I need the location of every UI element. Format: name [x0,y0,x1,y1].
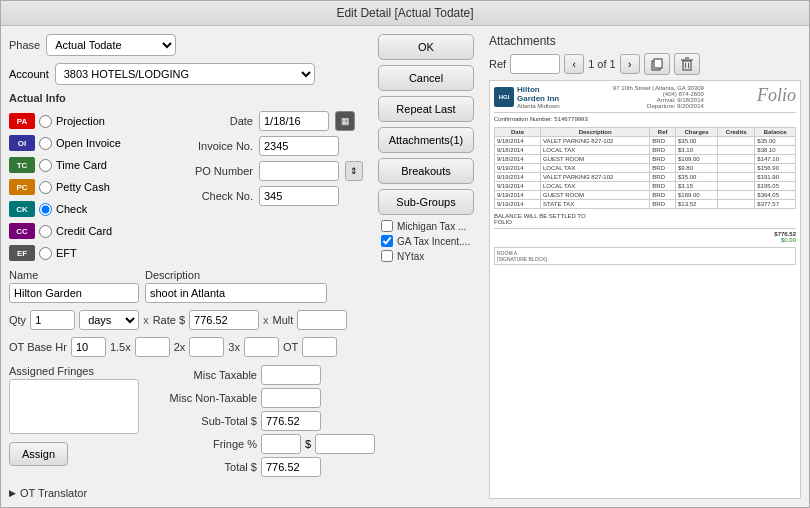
ref-row: Ref ‹ 1 of 1 › [489,53,801,75]
eft-radio[interactable] [39,247,52,260]
radio-petty-cash: PC Petty Cash [9,177,163,197]
qty-label: Qty [9,314,26,326]
subtotal-input[interactable] [261,411,321,431]
radio-open-invoice: OI Open Invoice [9,133,163,153]
cancel-button[interactable]: Cancel [378,65,474,91]
name-label: Name [9,269,139,281]
prev-page-button[interactable]: ‹ [564,54,584,74]
date-row: Date ▦ [173,111,363,131]
ot-2x-input[interactable] [189,337,224,357]
breakouts-button[interactable]: Breakouts [378,158,474,184]
sub-groups-button[interactable]: Sub-Groups [378,189,474,215]
check-label: Check [56,203,87,215]
radio-time-card: TC Time Card [9,155,163,175]
fringe-dollar-input[interactable] [315,434,375,454]
ot-base-input[interactable] [71,337,106,357]
dollar-sign: $ [305,438,311,450]
ot-base-label: OT Base Hr [9,341,67,353]
phase-select[interactable]: Actual Todate EFC Budget [46,34,176,56]
time-card-label: Time Card [56,159,107,171]
window-title: Edit Detail [Actual Todate] [336,6,473,20]
desc-input[interactable] [145,283,327,303]
misc-nontaxable-row: Misc Non-Taxable [147,388,375,408]
next-page-button[interactable]: › [620,54,640,74]
rate-input[interactable] [189,310,259,330]
assign-button[interactable]: Assign [9,442,68,466]
actual-info-section: PA Projection OI Open Invoice TC Time Ca… [9,111,363,263]
phase-label: Phase [9,39,40,51]
total-input[interactable] [261,457,321,477]
radio-credit-card: CC Credit Card [9,221,163,241]
actual-info-label: Actual Info [9,92,363,104]
eft-icon: EF [9,245,35,261]
name-desc-row: Name Description [9,269,363,303]
fringe-pct-input[interactable] [261,434,301,454]
misc-taxable-input[interactable] [261,365,321,385]
desc-group: Description [145,269,327,303]
petty-cash-icon: PC [9,179,35,195]
date-input[interactable] [259,111,329,131]
copy-icon [650,57,664,71]
hotel-name: HiltonGarden Inn [517,85,560,103]
table-row: 9/19/2014GUEST ROOMBRD$169.00$364.05 [495,191,796,200]
ref-label: Ref [489,58,506,70]
nytax-checkbox[interactable] [381,250,393,262]
ga-tax-label: GA Tax Incent.... [397,236,470,247]
credit-card-label: Credit Card [56,225,112,237]
ot-row: OT Base Hr 1.5x 2x 3x OT [9,337,363,357]
bottom-section: Assigned Fringes Assign Misc Taxable Mis… [9,365,363,480]
calendar-button[interactable]: ▦ [335,111,355,131]
delete-icon [680,57,694,71]
po-row: PO Number ⇕ [173,161,363,181]
credit-card-radio[interactable] [39,225,52,238]
invoice-row: Invoice No. [173,136,363,156]
name-input[interactable] [9,283,139,303]
ot-3x-input[interactable] [244,337,279,357]
attachments-button[interactable]: Attachments(1) [378,127,474,153]
po-input[interactable] [259,161,339,181]
copy-button[interactable] [644,53,670,75]
petty-cash-radio[interactable] [39,181,52,194]
delete-button[interactable] [674,53,700,75]
unit-select[interactable]: days hours weeks [79,310,139,330]
mult2-label: 2x [174,341,186,353]
po-label: PO Number [173,165,253,177]
check-radio[interactable] [39,203,52,216]
receipt-notes: BALANCE WILL BE SETTLED TO FOLIO [494,213,796,225]
po-spinner[interactable]: ⇕ [345,161,363,181]
misc-taxable-label: Misc Taxable [147,369,257,381]
check-input[interactable] [259,186,339,206]
open-invoice-icon: OI [9,135,35,151]
ot-value-input[interactable] [302,337,337,357]
repeat-last-button[interactable]: Repeat Last [378,96,474,122]
right-panel: Attachments Ref ‹ 1 of 1 › [481,26,809,507]
svg-rect-2 [683,61,691,70]
account-label: Account [9,68,49,80]
projection-radio[interactable] [39,115,52,128]
michigan-checkbox[interactable] [381,220,393,232]
receipt-image: HGI HiltonGarden Inn Atlanta Midtown 97 … [490,81,800,498]
ok-button[interactable]: OK [378,34,474,60]
mult-input[interactable] [297,310,347,330]
invoice-input[interactable] [259,136,339,156]
eft-label: EFT [56,247,77,259]
check-icon: CK [9,201,35,217]
checkbox-nytax: NYtax [381,250,475,262]
fringes-box [9,379,139,434]
ot-15x-input[interactable] [135,337,170,357]
main-window: Edit Detail [Actual Todate] Phase Actual… [0,0,810,508]
ot-translator-label[interactable]: OT Translator [20,487,87,499]
check-no-label: Check No. [173,190,253,202]
receipt-address: 97 10th Street | Atlanta, GA 30309 (404)… [613,85,704,109]
ref-input[interactable] [510,54,560,74]
misc-nontaxable-input[interactable] [261,388,321,408]
ot-label: OT [283,341,298,353]
open-invoice-radio[interactable] [39,137,52,150]
checkbox-group: Michigan Tax ... GA Tax Incent.... NYtax [377,220,475,262]
ga-tax-checkbox[interactable] [381,235,393,247]
qty-input[interactable] [30,310,75,330]
misc-taxable-row: Misc Taxable [147,365,375,385]
receipt-header: HGI HiltonGarden Inn Atlanta Midtown 97 … [494,85,796,113]
time-card-radio[interactable] [39,159,52,172]
account-select[interactable]: 3803 HOTELS/LODGING [55,63,315,85]
